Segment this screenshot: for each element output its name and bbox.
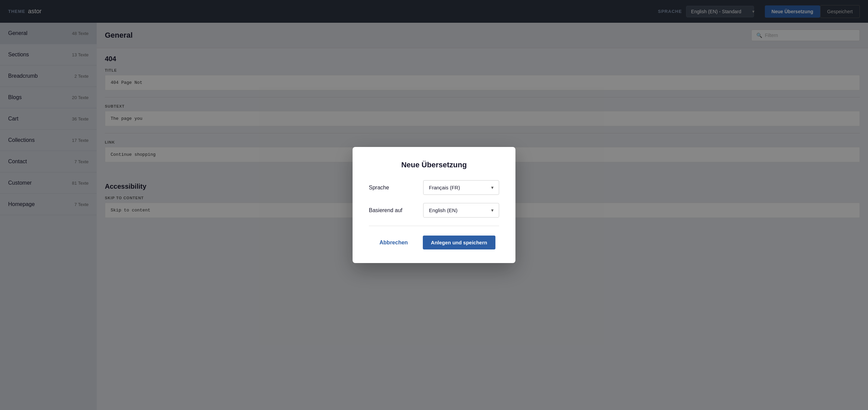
modal-overlay[interactable]: Neue Übersetzung Sprache Français (FR) D… (0, 0, 868, 410)
modal-sprache-select-wrapper[interactable]: Français (FR) Deutsch (DE) Español (ES) (423, 180, 499, 195)
modal-actions: Abbrechen Anlegen und speichern (369, 236, 499, 249)
abbrechen-button[interactable]: Abbrechen (373, 236, 415, 249)
modal-sprache-label: Sprache (369, 185, 423, 191)
modal-basierend-select-wrapper[interactable]: English (EN) Français (FR) (423, 203, 499, 218)
modal-field-basierend: Basierend auf English (EN) Français (FR) (369, 203, 499, 218)
modal-field-sprache: Sprache Français (FR) Deutsch (DE) Españ… (369, 180, 499, 195)
modal-basierend-label: Basierend auf (369, 207, 423, 213)
modal-divider (369, 226, 499, 226)
modal-basierend-select[interactable]: English (EN) Français (FR) (423, 203, 499, 218)
anlegen-button[interactable]: Anlegen und speichern (423, 236, 495, 249)
neue-uebersetzung-modal: Neue Übersetzung Sprache Français (FR) D… (353, 147, 515, 263)
modal-sprache-select[interactable]: Français (FR) Deutsch (DE) Español (ES) (423, 180, 499, 195)
modal-title: Neue Übersetzung (369, 161, 499, 169)
